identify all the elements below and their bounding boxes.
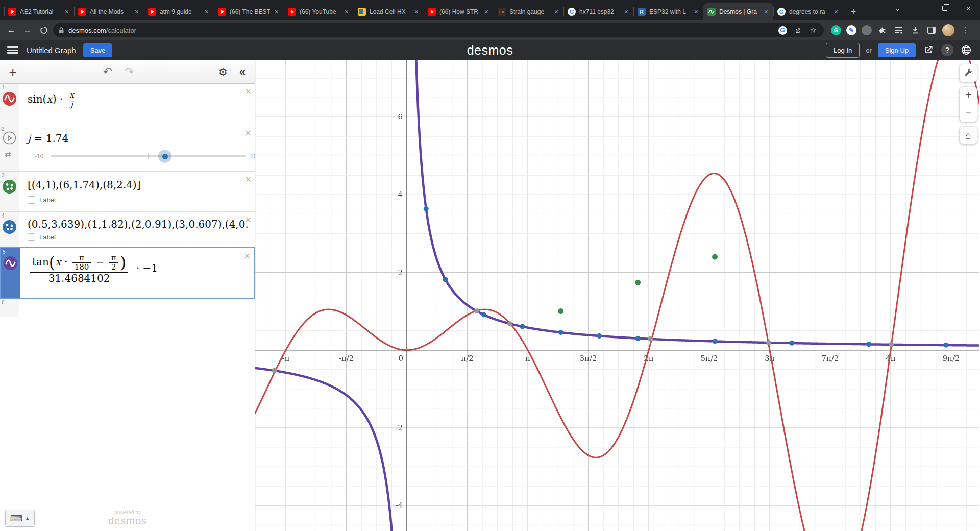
- tab-close-icon[interactable]: ×: [483, 8, 489, 16]
- forward-button[interactable]: →: [20, 23, 35, 37]
- expression-latex-4[interactable]: (0.5,3.639),(1,1.82),(2,0.91),(3,0.607),…: [28, 218, 249, 230]
- slider-play-button[interactable]: [3, 131, 16, 147]
- back-button[interactable]: ←: [4, 23, 18, 37]
- browser-tab[interactable]: atm 9 guide×: [144, 3, 214, 20]
- tab-close-icon[interactable]: ×: [134, 8, 140, 16]
- login-button[interactable]: Log In: [826, 43, 860, 58]
- graph-canvas[interactable]: [255, 60, 979, 531]
- language-globe-button[interactable]: [960, 43, 973, 57]
- tab-close-icon[interactable]: ×: [833, 8, 839, 16]
- tab-close-icon[interactable]: ×: [413, 8, 420, 16]
- new-tab-button[interactable]: +: [846, 5, 861, 19]
- tab-close-icon[interactable]: ×: [763, 8, 769, 16]
- browser-tab[interactable]: ENStrain gauge×: [494, 3, 564, 20]
- expression-latex-5[interactable]: tan(x · π180 − π2)31.4684102 · −1: [29, 262, 158, 274]
- graph-settings-button[interactable]: [960, 64, 977, 82]
- playlist-icon[interactable]: [893, 25, 904, 36]
- bookmark-star-icon[interactable]: ☆: [807, 25, 819, 36]
- browser-tab[interactable]: (66) The BEST×: [214, 3, 284, 20]
- browser-tab[interactable]: RESP32 with L×: [633, 3, 703, 20]
- main-menu-button[interactable]: [7, 46, 18, 54]
- tab-close-icon[interactable]: ×: [344, 8, 350, 16]
- signup-button[interactable]: Sign Up: [878, 43, 916, 57]
- zoom-out-button[interactable]: −: [960, 104, 977, 122]
- grammarly-extension-icon[interactable]: G: [831, 25, 841, 35]
- slider-min-label[interactable]: -10: [35, 153, 43, 160]
- delete-expression-icon[interactable]: ×: [245, 174, 251, 184]
- tab-close-icon[interactable]: ×: [553, 8, 559, 16]
- zoom-in-button[interactable]: +: [960, 87, 977, 104]
- expression-row-6[interactable]: 6: [0, 299, 255, 317]
- tab-close-icon[interactable]: ×: [64, 8, 70, 16]
- slider-thumb[interactable]: [158, 150, 172, 163]
- expression-row-1[interactable]: 1 sin(x) · xj ×: [0, 84, 255, 125]
- help-button[interactable]: ?: [941, 44, 953, 56]
- google-account-icon[interactable]: G: [777, 25, 788, 36]
- expression-latex-3[interactable]: [(4,1),(6,1.74),(8,2.4)]: [28, 179, 140, 191]
- expression-gutter-1[interactable]: 1: [0, 84, 19, 125]
- browser-tab[interactable]: All the Mods×: [74, 3, 144, 20]
- browser-tab[interactable]: Gdegrees to ra×: [773, 3, 843, 20]
- delete-expression-icon[interactable]: ×: [245, 214, 251, 225]
- minimize-button[interactable]: –: [910, 0, 933, 16]
- slider[interactable]: -10 10: [28, 149, 241, 166]
- green-points-icon[interactable]: [3, 180, 16, 196]
- tab-close-icon[interactable]: ×: [274, 8, 280, 16]
- default-viewport-button[interactable]: ⌂: [960, 127, 977, 144]
- extensions-puzzle-icon[interactable]: [877, 25, 888, 36]
- collapse-panel-button[interactable]: «: [235, 64, 250, 80]
- expression-row-4[interactable]: 4 (0.5,3.639),(1,1.82),(2,0.91),(3,0.607…: [0, 212, 255, 247]
- keyboard-toggle-button[interactable]: ⌨ ▲: [5, 510, 35, 527]
- undo-button[interactable]: ↶: [100, 64, 115, 80]
- browser-tab[interactable]: Desmos | Gra×: [703, 3, 773, 20]
- delete-expression-icon[interactable]: ×: [245, 86, 251, 96]
- redo-button[interactable]: ↷: [121, 64, 137, 80]
- purple-curve-icon[interactable]: [4, 256, 17, 272]
- side-panel-icon[interactable]: [926, 25, 937, 36]
- browser-tab[interactable]: Ghx711 esp32×: [564, 3, 633, 20]
- expression-gutter-6[interactable]: 6: [0, 299, 19, 317]
- add-expression-button[interactable]: +: [5, 64, 20, 80]
- tab-close-icon[interactable]: ×: [204, 8, 210, 16]
- expression-row-2[interactable]: 2 ⇄ j = 1.74 -10 10 ×: [0, 125, 255, 172]
- expression-row-3[interactable]: 3 [(4,1),(6,1.74),(8,2.4)] Label ×: [0, 172, 255, 212]
- expression-gutter-5[interactable]: 5: [1, 248, 20, 298]
- delete-expression-icon[interactable]: ×: [244, 251, 250, 261]
- expression-latex-1[interactable]: sin(x) · xj: [28, 93, 78, 105]
- tab-close-icon[interactable]: ×: [693, 8, 699, 16]
- address-bar[interactable]: desmos.com/calculator G ☆: [53, 23, 824, 37]
- delete-expression-icon[interactable]: ×: [245, 128, 251, 138]
- graph-paper[interactable]: + − ⌂: [255, 60, 980, 531]
- tab-search-chevron-icon[interactable]: ⌄: [886, 0, 910, 16]
- edit-list-gear-button[interactable]: ⚙: [215, 64, 231, 80]
- save-button[interactable]: Save: [83, 43, 113, 57]
- share-graph-button[interactable]: [922, 43, 935, 57]
- expression-gutter-4[interactable]: 4: [0, 212, 19, 247]
- browser-tab[interactable]: (66) YouTube×: [284, 3, 354, 20]
- reload-button[interactable]: [37, 23, 51, 37]
- browser-menu-kebab[interactable]: ⋮: [960, 25, 971, 36]
- empty-expression[interactable]: [19, 299, 255, 317]
- blue-points-icon[interactable]: [3, 220, 16, 236]
- close-window-button[interactable]: ×: [957, 0, 980, 16]
- browser-tab[interactable]: (66) How STR×: [424, 3, 494, 20]
- restore-button[interactable]: [933, 0, 957, 16]
- docs-extension-icon[interactable]: ✎: [846, 25, 856, 35]
- profile-avatar[interactable]: [942, 24, 954, 36]
- share-page-icon[interactable]: [792, 25, 803, 36]
- expression-row-5[interactable]: 5 tan(x · π180 − π2)31.4684102 · −1 ×: [0, 247, 255, 299]
- tab-close-icon[interactable]: ×: [623, 8, 629, 16]
- browser-tab[interactable]: Load Cell HX×: [354, 3, 424, 20]
- browser-tab[interactable]: AE2 Tutorial×: [4, 3, 74, 20]
- gray-extension-icon[interactable]: [862, 25, 872, 35]
- slider-loop-icon[interactable]: ⇄: [5, 150, 11, 159]
- slider-max-label[interactable]: 10: [250, 153, 255, 160]
- label-checkbox[interactable]: [28, 196, 35, 204]
- expression-gutter-2[interactable]: 2 ⇄: [0, 125, 19, 171]
- downloads-icon[interactable]: [910, 25, 921, 36]
- expression-gutter-3[interactable]: 3: [0, 172, 19, 211]
- expression-latex-2[interactable]: j = 1.74: [28, 132, 68, 144]
- red-curve-icon[interactable]: [3, 92, 16, 108]
- label-checkbox[interactable]: [28, 233, 35, 241]
- graph-title[interactable]: Untitled Graph: [27, 46, 76, 55]
